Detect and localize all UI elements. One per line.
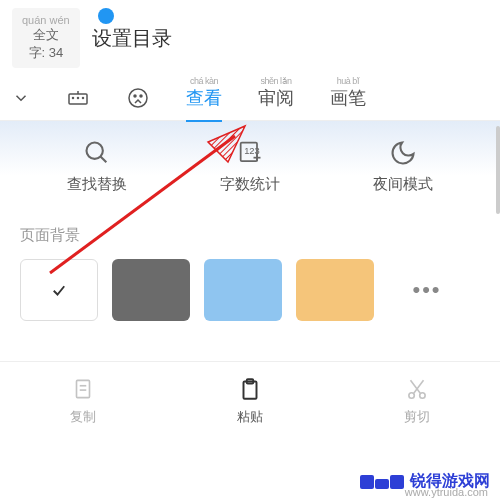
section-label: 页面背景 [20,226,480,245]
tab-review[interactable]: shěn lǎn 审阅 [258,86,294,110]
notification-dot [98,8,114,24]
night-mode-button[interactable]: 夜间模式 [373,139,433,194]
watermark-logo [360,475,404,489]
svg-point-2 [73,98,74,99]
paste-icon [237,376,263,402]
more-icon: ••• [412,277,441,303]
box-count-text: 字: 34 [22,44,70,62]
svg-point-19 [409,393,414,398]
svg-point-6 [134,95,136,97]
svg-point-5 [129,89,147,107]
search-icon [83,139,111,167]
svg-rect-14 [77,380,90,397]
tools-row: 查找替换 123 字数统计 夜间模式 [0,121,500,212]
copy-button[interactable]: 复制 [70,376,96,426]
word-count-button[interactable]: 123 字数统计 [220,139,280,194]
tab-brush[interactable]: huà bǐ 画笔 [330,86,366,110]
bg-swatches: ••• [20,259,480,321]
box-top-text: 全文 [22,26,70,44]
svg-point-3 [78,98,79,99]
background-section: 页面背景 ••• [0,212,500,335]
svg-point-7 [140,95,142,97]
tab-bar: chá kàn 查看 shěn lǎn 审阅 huà bǐ 画笔 [0,76,500,121]
check-icon [50,281,68,299]
swatch-white[interactable] [20,259,98,321]
svg-point-8 [86,143,102,159]
watermark-text: 锐得游戏网 [410,471,490,492]
scrollbar[interactable] [496,126,500,214]
box-pinyin: quán wén [22,14,70,26]
svg-line-9 [100,157,106,163]
keyboard-icon[interactable] [66,86,90,110]
swatch-more[interactable]: ••• [388,259,466,321]
moon-icon [389,139,417,167]
svg-point-4 [83,98,84,99]
swatch-orange[interactable] [296,259,374,321]
header: quán wén 全文 字: 34 设置目录 [0,0,500,76]
tab-view[interactable]: chá kàn 查看 [186,86,222,110]
swatch-blue[interactable] [204,259,282,321]
chevron-down-icon[interactable] [12,89,30,107]
svg-point-20 [419,393,424,398]
word-count-box[interactable]: quán wén 全文 字: 34 [12,8,80,68]
scissors-icon [404,376,430,402]
copy-icon [70,376,96,402]
bottom-bar: 复制 粘贴 剪切 [0,361,500,440]
face-icon[interactable] [126,86,150,110]
count-icon: 123 [236,139,264,167]
cut-button[interactable]: 剪切 [404,376,430,426]
swatch-gray[interactable] [112,259,190,321]
page-title: 设置目录 [92,25,172,52]
watermark: 锐得游戏网 [360,471,490,492]
paste-button[interactable]: 粘贴 [237,376,263,426]
find-replace-button[interactable]: 查找替换 [67,139,127,194]
